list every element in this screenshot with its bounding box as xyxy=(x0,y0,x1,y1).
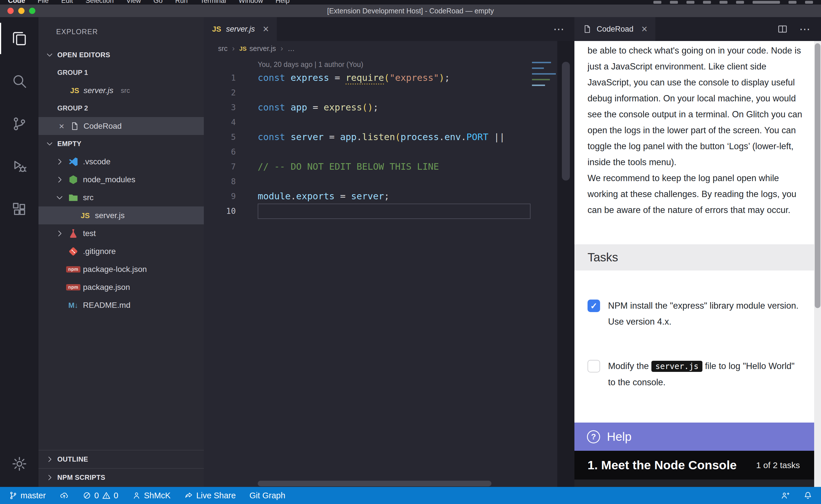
tree-item-server-js[interactable]: JSserver.js xyxy=(38,206,204,224)
code-line-5[interactable]: 5const server = app.listen(process.env.P… xyxy=(204,130,574,144)
webview-scrollbar[interactable] xyxy=(814,41,821,487)
line-number[interactable]: 10 xyxy=(204,206,247,216)
line-number[interactable]: 3 xyxy=(204,103,247,112)
search-activity-button[interactable] xyxy=(0,60,38,103)
webview-scrollbar-thumb[interactable] xyxy=(815,43,820,308)
code-line-1[interactable]: 1const express = require("express"); xyxy=(204,70,574,85)
status-live-share[interactable]: Live Share xyxy=(184,491,236,500)
code-line-6[interactable]: 6 xyxy=(204,144,574,159)
tree-item-package-json[interactable]: npmpackage.json xyxy=(38,278,204,296)
run-debug-activity-button[interactable] xyxy=(0,145,38,188)
zoom-window-button[interactable] xyxy=(29,8,35,14)
status-notifications[interactable] xyxy=(803,491,812,500)
line-number[interactable]: 2 xyxy=(204,88,247,97)
manage-button[interactable] xyxy=(0,442,38,485)
tree-item-src[interactable]: src xyxy=(38,189,204,206)
horizontal-scrollbar-thumb[interactable] xyxy=(258,481,491,486)
code-editor[interactable]: You, 20 days ago | 1 author (You) 1const… xyxy=(204,56,574,487)
code-token: env xyxy=(444,132,461,142)
status-publish[interactable] xyxy=(60,491,69,500)
vertical-scrollbar-thumb[interactable] xyxy=(562,62,570,181)
help-bar[interactable]: ? Help xyxy=(574,423,821,451)
instruction-paragraph: We recommend to keep the log panel open … xyxy=(587,170,807,218)
npm-scripts-header[interactable]: NPM SCRIPTS xyxy=(38,468,204,486)
tree-item-vscode[interactable]: .vscode xyxy=(38,153,204,171)
status-branch[interactable]: master xyxy=(9,491,46,500)
close-editor-icon[interactable]: × xyxy=(57,122,66,131)
breadcrumb-item[interactable]: … xyxy=(288,44,295,53)
code-line-9[interactable]: 9module.exports = server; xyxy=(204,189,574,204)
tree-item-test[interactable]: test xyxy=(38,224,204,242)
menu-code[interactable]: Code xyxy=(8,0,25,1)
line-number[interactable]: 7 xyxy=(204,162,247,171)
minimap-line xyxy=(530,79,557,82)
menu-edit[interactable]: Edit xyxy=(61,0,73,1)
menubar-status-icon[interactable] xyxy=(805,1,813,4)
open-editors-header[interactable]: OPEN EDITORS xyxy=(38,46,204,64)
code-line-10[interactable]: 10 xyxy=(204,204,574,218)
close-tab-icon[interactable]: × xyxy=(263,24,269,34)
tab-server-js[interactable]: JS server.js × xyxy=(204,17,277,41)
npm-icon: npm xyxy=(68,264,79,275)
menu-file[interactable]: File xyxy=(38,0,49,1)
codelens[interactable]: You, 20 days ago | 1 author (You) xyxy=(204,56,574,70)
status-problems[interactable]: 00 xyxy=(82,491,118,500)
status-feedback[interactable] xyxy=(781,491,790,500)
line-number[interactable]: 5 xyxy=(204,132,247,142)
menubar-status-icon[interactable] xyxy=(720,1,728,4)
line-number[interactable]: 6 xyxy=(204,147,247,157)
close-window-button[interactable] xyxy=(7,8,14,14)
menubar-status-icon[interactable] xyxy=(736,1,744,4)
tab-coderoad[interactable]: CodeRoad × xyxy=(574,17,656,41)
status-git-graph[interactable]: Git Graph xyxy=(250,491,285,500)
menubar-status-icon[interactable] xyxy=(687,1,695,4)
menubar-status-icon[interactable] xyxy=(753,1,780,4)
breadcrumb-text: … xyxy=(288,44,295,53)
code-line-3[interactable]: 3const app = express(); xyxy=(204,100,574,115)
extensions-activity-button[interactable] xyxy=(0,188,38,231)
outline-header[interactable]: OUTLINE xyxy=(38,450,204,468)
minimize-window-button[interactable] xyxy=(18,8,24,14)
menu-selection[interactable]: Selection xyxy=(85,0,114,1)
workspace-header[interactable]: EMPTY xyxy=(38,135,204,153)
tree-item-readme-md[interactable]: M↓README.md xyxy=(38,296,204,314)
menu-help[interactable]: Help xyxy=(275,0,289,1)
menubar-status-icon[interactable] xyxy=(703,1,711,4)
tree-item-node-modules[interactable]: node_modules xyxy=(38,171,204,189)
status-account[interactable]: ShMcK xyxy=(132,491,170,500)
line-number[interactable]: 1 xyxy=(204,73,247,83)
close-coderoad-tab-icon[interactable]: × xyxy=(642,24,648,34)
editor-horizontal-scrollbar[interactable] xyxy=(258,481,529,486)
menu-terminal[interactable]: Terminal xyxy=(200,0,226,1)
breadcrumb-server-js[interactable]: JSserver.js xyxy=(239,44,276,53)
menu-go[interactable]: Go xyxy=(153,0,162,1)
open-editor-server-js[interactable]: ×JSserver.jssrc xyxy=(38,81,204,99)
split-editor-icon[interactable] xyxy=(777,24,788,34)
menubar-status-icon[interactable] xyxy=(670,1,678,4)
code-line-4[interactable]: 4 xyxy=(204,115,574,130)
menubar-status-icon[interactable] xyxy=(789,1,797,4)
breadcrumb-src[interactable]: src xyxy=(218,44,228,53)
more-actions-icon[interactable]: ⋯ xyxy=(799,23,811,35)
minimap[interactable] xyxy=(530,62,557,487)
line-number[interactable]: 4 xyxy=(204,118,247,127)
menu-view[interactable]: View xyxy=(126,0,141,1)
menu-window[interactable]: Window xyxy=(239,0,263,1)
editor-vertical-scrollbar[interactable] xyxy=(557,41,574,487)
tree-item-package-lock-json[interactable]: npmpackage-lock.json xyxy=(38,260,204,278)
menubar-status-icon[interactable] xyxy=(654,1,661,4)
titlebar[interactable]: [Extension Development Host] - CodeRoad … xyxy=(0,5,821,17)
explorer-activity-button[interactable] xyxy=(0,17,38,60)
code-line-8[interactable]: 8 xyxy=(204,174,574,189)
line-number[interactable]: 8 xyxy=(204,177,247,186)
editor-actions-more[interactable]: ⋯ xyxy=(553,17,565,41)
task-checkbox[interactable] xyxy=(587,360,600,372)
source-control-activity-button[interactable] xyxy=(0,103,38,145)
tree-item-gitignore[interactable]: .gitignore xyxy=(38,242,204,260)
task-checkbox[interactable]: ✓ xyxy=(587,300,600,312)
code-line-7[interactable]: 7// -- DO NOT EDIT BELOW THIS LINE xyxy=(204,159,574,174)
menu-run[interactable]: Run xyxy=(175,0,187,1)
open-editor-coderoad[interactable]: ×CodeRoad xyxy=(38,117,204,135)
line-number[interactable]: 9 xyxy=(204,192,247,201)
code-line-2[interactable]: 2 xyxy=(204,85,574,100)
